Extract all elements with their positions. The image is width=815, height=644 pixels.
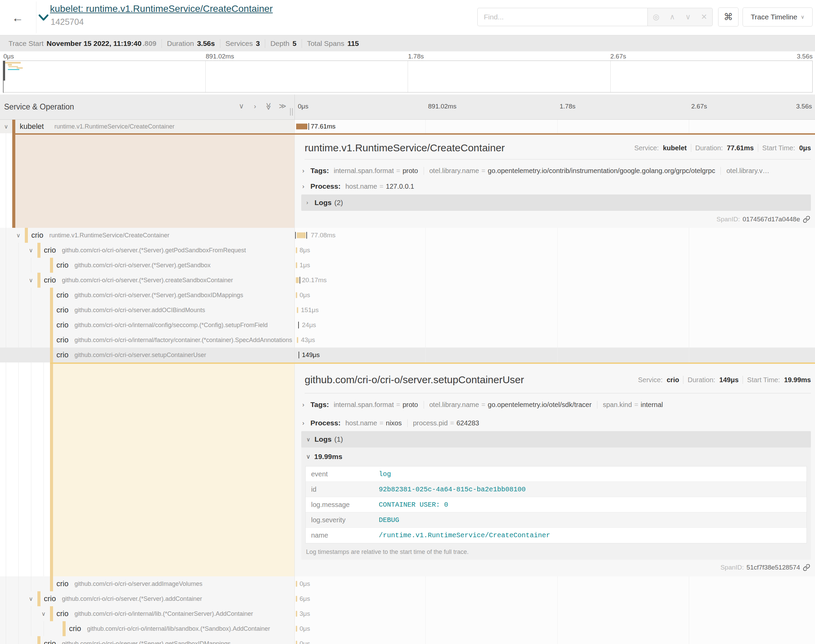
span-bar-cell[interactable]: 151μs (294, 303, 815, 317)
back-arrow-icon: ← (12, 11, 23, 25)
logs-accordion-expanded[interactable]: ∨ Logs (1) (301, 431, 811, 448)
span-bar-cell[interactable]: 0μs (294, 636, 815, 644)
expand-one-icon[interactable]: › (251, 102, 258, 110)
chevron-down-icon[interactable]: ∨ (3, 123, 9, 130)
span-row-lib-addcontainer[interactable]: ∨ crio github.com/cri-o/cri-o/internal/l… (0, 606, 815, 621)
span-duration: 6μs (300, 595, 310, 603)
chevron-down-icon[interactable]: ∨ (28, 247, 34, 254)
column-resizer-handle[interactable] (290, 108, 293, 116)
span-bar (296, 611, 297, 617)
detail-title-row: runtime.v1.RuntimeService/CreateContaine… (305, 142, 811, 154)
span-row-getsandbox[interactable]: crio github.com/cri-o/cri-o/server.(*Ser… (0, 258, 815, 273)
service-name: crio (57, 306, 68, 314)
span-duration: 77.61ms (311, 123, 335, 130)
span-bar-cell[interactable]: 0μs (294, 577, 815, 591)
span-row-addcontainer[interactable]: ∨ crio github.com/cri-o/cri-o/server.(*S… (0, 591, 815, 606)
span-bar-cell[interactable]: 3μs (294, 606, 815, 621)
operation-name: github.com/cri-o/cri-o/server.(*Server).… (62, 595, 202, 603)
collapse-one-icon[interactable]: ∨ (238, 102, 245, 110)
span-duration: 43μs (301, 336, 315, 344)
operation-name: github.com/cri-o/cri-o/server.(*Server).… (62, 277, 233, 284)
logs-body: ∨ 19.99ms event log id 92b82381-025c-4a6… (301, 448, 811, 560)
process-row[interactable]: › Process: host.name = nixos process.pid… (302, 417, 811, 428)
service-name: crio (44, 639, 56, 644)
tag-item: host.name = nixos (345, 419, 402, 427)
minimap-scrubber-handle[interactable] (3, 61, 5, 81)
chevron-down-icon[interactable]: ∨ (28, 595, 34, 603)
chevron-down-icon (38, 14, 49, 22)
keyboard-shortcuts-button[interactable]: ⌘ (718, 8, 738, 26)
divider (691, 144, 691, 152)
span-bar-cell[interactable]: 20.17ms (294, 273, 815, 288)
span-name-cell: crio github.com/cri-o/cri-o/server.(*Ser… (0, 636, 294, 644)
chevron-down-icon[interactable]: ∨ (40, 610, 47, 618)
span-bar-tick (300, 277, 300, 284)
service-name: kubelet (20, 122, 44, 131)
span-bar (296, 262, 297, 268)
span-row-sandbox-addcontainer[interactable]: crio github.com/cri-o/cri-o/internal/lib… (0, 621, 815, 636)
tags-row[interactable]: › Tags: internal.span.format = proto ote… (302, 165, 811, 176)
trace-view-selector[interactable]: Trace Timeline ∨ (743, 8, 813, 26)
span-row-addocibindmounts[interactable]: crio github.com/cri-o/cri-o/server.addOC… (0, 303, 815, 317)
span-row-getpodsandboxfromrequest[interactable]: ∨ crio github.com/cri-o/cri-o/server.(*S… (0, 243, 815, 258)
span-row-specaddannotations[interactable]: crio github.com/cri-o/cri-o/internal/fac… (0, 333, 815, 348)
grid-line (610, 61, 611, 92)
span-bar-cell[interactable]: 149μs (294, 348, 815, 362)
span-row-addimagevolumes[interactable]: crio github.com/cri-o/cri-o/server.addIm… (0, 577, 815, 591)
chevron-down-icon[interactable]: ∨ (15, 232, 22, 239)
span-row-getsandboxidmappings[interactable]: crio github.com/cri-o/cri-o/server.(*Ser… (0, 288, 815, 303)
service-name: crio (57, 580, 68, 588)
service-color-bar (50, 258, 53, 273)
span-row-createsandboxcontainer[interactable]: ∨ crio github.com/cri-o/cri-o/server.(*S… (0, 273, 815, 288)
span-name-cell: crio github.com/cri-o/cri-o/server.setup… (0, 348, 294, 362)
span-bar-cell[interactable]: 0μs (294, 288, 815, 303)
span-bar-cell[interactable]: 8μs (294, 243, 815, 258)
find-input[interactable] (477, 8, 647, 26)
span-bar (297, 307, 298, 313)
service-color-bar (37, 591, 40, 606)
logs-accordion-collapsed[interactable]: › Logs (2) (301, 195, 811, 211)
deep-link-icon[interactable] (803, 216, 810, 223)
span-duration: 0μs (300, 291, 310, 299)
expand-all-icon[interactable]: ≫ (279, 102, 286, 110)
table-row: event log (306, 466, 806, 482)
log-entry-header[interactable]: ∨ 19.99ms (306, 452, 342, 461)
tick-label: 1.78s (560, 103, 575, 110)
span-row-kubelet-createcontainer[interactable]: ∨ kubelet runtime.v1.RuntimeService/Crea… (0, 120, 815, 133)
trace-title-link[interactable]: kubelet: runtime.v1.RuntimeService/Creat… (50, 3, 273, 14)
tags-row[interactable]: › Tags: internal.span.format = proto ote… (302, 399, 811, 410)
span-row-crio-createcontainer[interactable]: ∨ crio runtime.v1.RuntimeService/CreateC… (0, 228, 815, 243)
collapse-all-icon[interactable]: ≫ (265, 103, 273, 109)
depth-item: Depth 5 (265, 39, 302, 48)
prev-result-icon[interactable]: ∧ (669, 12, 675, 21)
clear-search-icon[interactable]: ✕ (701, 12, 707, 21)
span-bar-cell[interactable]: 24μs (294, 317, 815, 333)
span-duration: 20.17ms (302, 276, 327, 284)
span-bar-cell[interactable]: 77.08ms (294, 228, 815, 243)
service-name: crio (57, 351, 68, 359)
locate-span-icon[interactable]: ◎ (653, 12, 659, 21)
collapse-trace-header-button[interactable] (38, 14, 49, 23)
span-bar-cell[interactable]: 1μs (294, 258, 815, 273)
process-row[interactable]: › Process: host.name = 127.0.0.1 (302, 181, 811, 192)
span-row-setupcontaineruser[interactable]: crio github.com/cri-o/cri-o/server.setup… (0, 348, 815, 362)
span-row-getsandboxidmappings-2[interactable]: crio github.com/cri-o/cri-o/server.(*Ser… (0, 636, 815, 644)
span-row-seccomp-setupfromfield[interactable]: crio github.com/cri-o/cri-o/internal/con… (0, 317, 815, 333)
service-name: crio (44, 594, 56, 603)
minimap-canvas[interactable] (3, 61, 813, 92)
span-bar-cell[interactable]: 6μs (294, 591, 815, 606)
total-spans-item: Total Spans 115 (302, 39, 364, 48)
span-bar-cell[interactable]: 43μs (294, 333, 815, 348)
service-name: crio (57, 336, 68, 345)
operation-name: github.com/cri-o/cri-o/internal/lib/sand… (87, 625, 270, 632)
tick-label: 1.78s (408, 53, 424, 60)
service-color-bar (37, 273, 40, 288)
span-bar (296, 641, 297, 644)
deep-link-icon[interactable] (803, 564, 810, 571)
span-duration: 3μs (300, 610, 310, 618)
back-button[interactable]: ← (8, 10, 28, 25)
span-bar-cell[interactable]: 0μs (294, 621, 815, 636)
chevron-down-icon[interactable]: ∨ (28, 277, 34, 284)
next-result-icon[interactable]: ∨ (685, 12, 691, 21)
span-bar-cell[interactable]: 77.61ms (294, 120, 815, 133)
